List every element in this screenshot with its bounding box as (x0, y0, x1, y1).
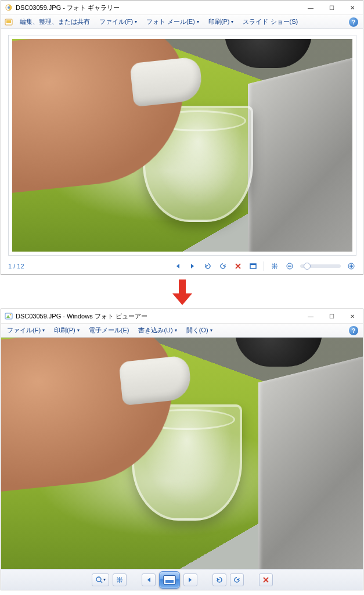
window-controls: — ☐ ✕ (300, 1, 363, 15)
window-controls: — ☐ ✕ (300, 309, 363, 323)
app-icon (5, 312, 13, 320)
photo-viewer-window: DSC03059.JPG - Windows フォト ビューアー — ☐ ✕ フ… (1, 309, 363, 590)
menu-photomail[interactable]: フォト メール(E)▾ (144, 16, 201, 27)
menu-edit-share[interactable]: 編集、整理、または共有 (17, 16, 92, 27)
chevron-down-icon: ▾ (197, 19, 199, 24)
menu-burn[interactable]: 書き込み(U)▾ (136, 325, 179, 336)
window-title: DSC03059.JPG - Windows フォト ビューアー (16, 312, 300, 321)
divider (264, 261, 264, 271)
arrow-down-icon (172, 279, 192, 305)
photo-gallery-window: DSC03059.JPG - フォト ギャラリー — ☐ ✕ 編集、整理、または… (1, 0, 363, 275)
chevron-down-icon: ▾ (231, 19, 233, 24)
toolbar (173, 261, 356, 271)
close-button[interactable]: ✕ (342, 1, 363, 15)
help-button[interactable]: ? (349, 17, 358, 27)
photo-scene (1, 338, 363, 569)
chevron-down-icon: ▾ (175, 328, 177, 333)
next-button[interactable] (188, 261, 197, 271)
photo-scene (12, 39, 352, 252)
photo-sink (248, 56, 352, 252)
rotate-cw-button[interactable] (230, 574, 244, 586)
rotate-cw-button[interactable] (218, 261, 228, 271)
svg-point-1 (8, 6, 10, 9)
menu-print[interactable]: 印刷(P)▾ (52, 325, 82, 336)
slideshow-button[interactable] (159, 571, 180, 589)
menu-email[interactable]: 電子メール(E) (87, 325, 132, 336)
menu-file[interactable]: ファイル(F)▾ (97, 16, 139, 27)
close-button[interactable]: ✕ (342, 309, 363, 323)
photo-frame (8, 35, 356, 256)
photo-pot (235, 338, 322, 367)
fit-button[interactable] (270, 261, 279, 271)
image-viewport (1, 338, 363, 569)
rotate-ccw-button[interactable] (212, 574, 226, 586)
chevron-down-icon: ▾ (103, 577, 106, 582)
gallery-icon (5, 18, 13, 26)
menu-open[interactable]: 開く(O)▾ (184, 325, 215, 336)
toolbar: ▾ (1, 569, 363, 590)
next-button[interactable] (183, 574, 197, 586)
previous-button[interactable] (142, 574, 156, 586)
titlebar: DSC03059.JPG - フォト ギャラリー — ☐ ✕ (1, 1, 363, 15)
fit-button[interactable] (113, 574, 127, 586)
photo-sink (258, 355, 363, 569)
app-icon (5, 3, 13, 12)
photo-content (1, 338, 363, 569)
chevron-down-icon: ▾ (135, 19, 137, 24)
menubar: 編集、整理、または共有 ファイル(F)▾ フォト メール(E)▾ 印刷(P)▾ … (1, 15, 363, 29)
photo-content (12, 39, 352, 252)
previous-button[interactable] (173, 261, 182, 271)
svg-rect-3 (6, 20, 11, 23)
delete-button[interactable] (233, 261, 243, 271)
minimize-button[interactable]: — (300, 1, 321, 15)
menu-print[interactable]: 印刷(P)▾ (206, 16, 236, 27)
help-button[interactable]: ? (349, 326, 358, 335)
maximize-button[interactable]: ☐ (321, 309, 342, 323)
menubar: ファイル(F)▾ 印刷(P)▾ 電子メール(E) 書き込み(U)▾ 開く(O)▾… (1, 324, 363, 338)
zoom-in-button[interactable] (347, 261, 356, 271)
image-viewport (1, 29, 363, 258)
chevron-down-icon: ▾ (42, 328, 45, 333)
page-counter: 1 / 12 (8, 263, 24, 270)
zoom-slider[interactable] (300, 264, 341, 268)
rotate-ccw-button[interactable] (203, 261, 212, 271)
chevron-down-icon: ▾ (210, 328, 212, 333)
chevron-down-icon: ▾ (77, 328, 80, 333)
svg-rect-5 (250, 264, 256, 265)
zoom-out-button[interactable] (285, 261, 294, 271)
fullscreen-button[interactable] (248, 261, 258, 271)
menu-file[interactable]: ファイル(F)▾ (5, 325, 47, 336)
svg-point-11 (96, 577, 101, 582)
slideshow-icon (163, 575, 176, 585)
maximize-button[interactable]: ☐ (321, 1, 342, 15)
photo-pot (225, 39, 312, 68)
zoom-button[interactable]: ▾ (92, 574, 109, 586)
svg-point-10 (10, 314, 11, 315)
window-title: DSC03059.JPG - フォト ギャラリー (16, 3, 300, 12)
delete-button[interactable] (259, 574, 273, 586)
menu-slideshow[interactable]: スライド ショー(S) (240, 16, 300, 27)
titlebar: DSC03059.JPG - Windows フォト ビューアー — ☐ ✕ (1, 309, 363, 324)
statusbar: 1 / 12 (1, 258, 363, 274)
minimize-button[interactable]: — (300, 309, 321, 323)
